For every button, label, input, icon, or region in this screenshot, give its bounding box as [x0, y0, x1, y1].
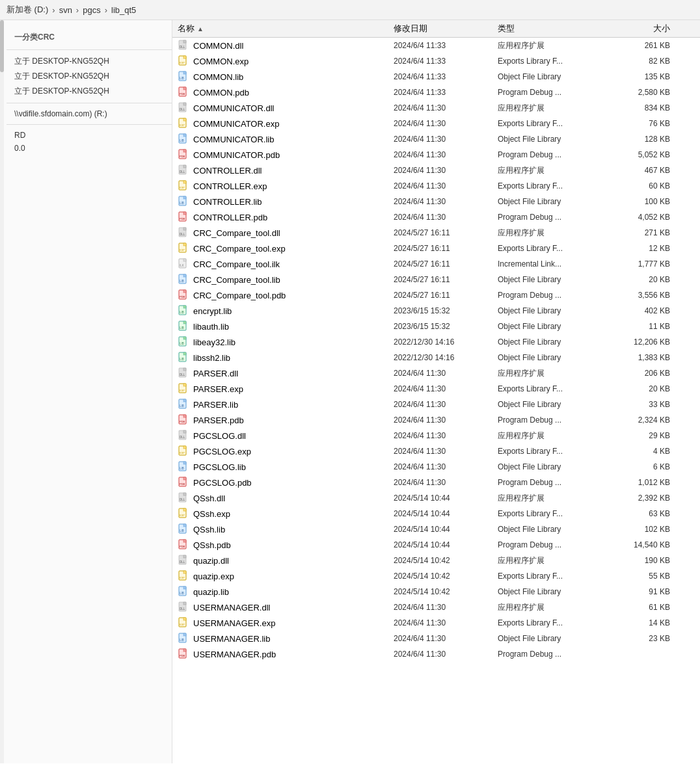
- table-row[interactable]: DLL USERMANAGER.dll 2024/6/4 11:30 应用程序扩…: [172, 599, 700, 615]
- cell-date: 2024/6/4 11:30: [394, 634, 498, 643]
- file-name-label: USERMANAGER.exp: [193, 618, 275, 628]
- file-name-label: CONTROLLER.dll: [193, 166, 262, 176]
- table-row[interactable]: LIB quazip.lib 2024/5/14 10:42 Object Fi…: [172, 584, 700, 599]
- file-type-icon: EXP: [178, 445, 189, 457]
- svg-text:DLL: DLL: [180, 170, 185, 174]
- table-row[interactable]: LIB COMMUNICATOR.lib 2024/6/4 11:30 Obje…: [172, 131, 700, 147]
- table-row[interactable]: PDB PARSER.pdb 2024/6/4 11:30 Program De…: [172, 412, 700, 428]
- table-row[interactable]: PDB CRC_Compare_tool.pdb 2024/5/27 16:11…: [172, 287, 700, 303]
- cell-name: DLL COMMON.dll: [172, 40, 394, 51]
- table-row[interactable]: EXP USERMANAGER.exp 2024/6/4 11:30 Expor…: [172, 615, 700, 631]
- file-name-label: COMMUNICATOR.dll: [193, 103, 274, 113]
- file-name-label: libauth.lib: [193, 322, 229, 332]
- sidebar-item-1[interactable]: 立于 DESKTOP-KNG52QH: [7, 54, 172, 69]
- svg-text:LIB: LIB: [180, 202, 184, 205]
- svg-text:DLL: DLL: [180, 498, 185, 501]
- table-row[interactable]: LIB CONTROLLER.lib 2024/6/4 11:30 Object…: [172, 194, 700, 209]
- table-row[interactable]: DLL quazip.dll 2024/5/14 10:42 应用程序扩展 19…: [172, 553, 700, 568]
- breadcrumb-lib-qt5[interactable]: lib_qt5: [111, 5, 136, 15]
- table-row[interactable]: DLL CONTROLLER.dll 2024/6/4 11:30 应用程序扩展…: [172, 163, 700, 178]
- cell-name: DLL PARSER.dll: [172, 367, 394, 379]
- table-row[interactable]: PDB CONTROLLER.pdb 2024/6/4 11:30 Progra…: [172, 209, 700, 225]
- table-row[interactable]: LIB PGCSLOG.lib 2024/6/4 11:30 Object Fi…: [172, 459, 700, 475]
- table-row[interactable]: EXP CONTROLLER.exp 2024/6/4 11:30 Export…: [172, 178, 700, 194]
- breadcrumb-pgcs[interactable]: pgcs: [83, 5, 100, 15]
- col-header-name[interactable]: 名称 ▲: [172, 23, 394, 34]
- file-type-icon: DLL: [178, 40, 189, 51]
- breadcrumb-drive[interactable]: 新加卷 (D:): [7, 4, 48, 16]
- table-row[interactable]: DLL QSsh.dll 2024/5/14 10:44 应用程序扩展 2,39…: [172, 490, 700, 506]
- sidebar-item-3[interactable]: 立于 DESKTOP-KNG52QH: [7, 84, 172, 99]
- col-header-date[interactable]: 修改日期: [394, 23, 498, 34]
- svg-text:PDB: PDB: [180, 92, 185, 96]
- cell-name: LIB encrypt.lib: [172, 305, 394, 317]
- cell-name: EXP CONTROLLER.exp: [172, 180, 394, 192]
- table-row[interactable]: LIB QSsh.lib 2024/5/14 10:44 Object File…: [172, 521, 700, 537]
- table-row[interactable]: EXP CRC_Compare_tool.exp 2024/5/27 16:11…: [172, 241, 700, 256]
- table-row[interactable]: PDB QSsh.pdb 2024/5/14 10:44 Program Deb…: [172, 537, 700, 553]
- svg-rect-73: [183, 415, 186, 417]
- table-row[interactable]: PDB COMMUNICATOR.pdb 2024/6/4 11:30 Prog…: [172, 147, 700, 163]
- table-row[interactable]: EXP COMMON.exp 2024/6/4 11:33 Exports Li…: [172, 53, 700, 69]
- cell-size: 55 KB: [612, 572, 677, 581]
- cell-name: LIB PARSER.lib: [172, 399, 394, 410]
- table-row[interactable]: EXP QSsh.exp 2024/5/14 10:44 Exports Lib…: [172, 506, 700, 521]
- breadcrumb-svn[interactable]: svn: [59, 5, 72, 15]
- svg-rect-76: [183, 430, 186, 433]
- table-row[interactable]: ILK CRC_Compare_tool.ilk 2024/5/27 16:11…: [172, 256, 700, 272]
- cell-date: 2022/12/30 14:16: [394, 353, 498, 362]
- cell-type: Object File Library: [498, 322, 612, 331]
- table-row[interactable]: DLL COMMUNICATOR.dll 2024/6/4 11:30 应用程序…: [172, 100, 700, 116]
- file-type-icon: PDB: [178, 539, 189, 551]
- cell-size: 1,383 KB: [612, 353, 677, 362]
- cell-date: 2024/5/14 10:42: [394, 572, 498, 581]
- svg-text:EXP: EXP: [180, 451, 185, 454]
- table-row[interactable]: DLL PGCSLOG.dll 2024/6/4 11:30 应用程序扩展 29…: [172, 428, 700, 443]
- cell-date: 2022/12/30 14:16: [394, 337, 498, 347]
- table-row[interactable]: PDB PGCSLOG.pdb 2024/6/4 11:30 Program D…: [172, 475, 700, 490]
- table-row[interactable]: DLL CRC_Compare_tool.dll 2024/5/27 16:11…: [172, 225, 700, 241]
- table-row[interactable]: LIB COMMON.lib 2024/6/4 11:33 Object Fil…: [172, 69, 700, 85]
- cell-name: EXP PARSER.exp: [172, 383, 394, 395]
- table-row[interactable]: LIB encrypt.lib 2023/6/15 15:32 Object F…: [172, 303, 700, 319]
- col-header-type[interactable]: 类型: [498, 23, 612, 34]
- column-headers: 名称 ▲ 修改日期 类型 大小: [172, 20, 700, 38]
- table-row[interactable]: EXP quazip.exp 2024/5/14 10:42 Exports L…: [172, 568, 700, 584]
- sidebar-item-00[interactable]: 0.0: [7, 142, 172, 155]
- col-header-size[interactable]: 大小: [612, 23, 677, 34]
- svg-text:LIB: LIB: [180, 404, 184, 408]
- table-row[interactable]: LIB USERMANAGER.lib 2024/6/4 11:30 Objec…: [172, 631, 700, 646]
- svg-rect-34: [183, 212, 186, 215]
- cell-type: Exports Library F...: [498, 57, 612, 66]
- file-name-label: quazip.lib: [193, 587, 229, 597]
- cell-type: 应用程序扩展: [498, 493, 612, 504]
- svg-rect-94: [183, 524, 186, 527]
- svg-text:PDB: PDB: [180, 217, 185, 220]
- file-type-icon: LIB: [178, 321, 189, 332]
- table-row[interactable]: LIB libssh2.lib 2022/12/30 14:16 Object …: [172, 350, 700, 365]
- table-row[interactable]: DLL PARSER.dll 2024/6/4 11:30 应用程序扩展 206…: [172, 365, 700, 381]
- table-row[interactable]: PDB COMMON.pdb 2024/6/4 11:33 Program De…: [172, 85, 700, 100]
- svg-rect-40: [183, 243, 186, 246]
- file-type-icon: LIB: [178, 274, 189, 285]
- table-row[interactable]: EXP PARSER.exp 2024/6/4 11:30 Exports Li…: [172, 381, 700, 397]
- cell-name: PDB PGCSLOG.pdb: [172, 477, 394, 488]
- file-name-label: COMMUNICATOR.pdb: [193, 150, 280, 160]
- svg-rect-7: [183, 72, 186, 74]
- table-row[interactable]: LIB libeay32.lib 2022/12/30 14:16 Object…: [172, 334, 700, 350]
- sidebar-item-vdi[interactable]: \\vdifile.sfdomain.com) (R:): [7, 107, 172, 120]
- table-row[interactable]: LIB CRC_Compare_tool.lib 2024/5/27 16:11…: [172, 272, 700, 287]
- table-row[interactable]: EXP PGCSLOG.exp 2024/6/4 11:30 Exports L…: [172, 443, 700, 459]
- file-name-label: quazip.exp: [193, 572, 234, 581]
- svg-rect-19: [183, 134, 186, 137]
- sidebar-item-rd[interactable]: RD: [7, 129, 172, 142]
- table-row[interactable]: DLL COMMON.dll 2024/6/4 11:33 应用程序扩展 261…: [172, 38, 700, 53]
- cell-date: 2024/5/27 16:11: [394, 275, 498, 284]
- cell-type: Program Debug ...: [498, 291, 612, 300]
- table-row[interactable]: LIB PARSER.lib 2024/6/4 11:30 Object Fil…: [172, 397, 700, 412]
- sidebar-item-2[interactable]: 立于 DESKTOP-KNG52QH: [7, 69, 172, 84]
- file-type-icon: LIB: [178, 586, 189, 598]
- table-row[interactable]: EXP COMMUNICATOR.exp 2024/6/4 11:30 Expo…: [172, 116, 700, 131]
- table-row[interactable]: PDB USERMANAGER.pdb 2024/6/4 11:30 Progr…: [172, 646, 700, 662]
- table-row[interactable]: LIB libauth.lib 2023/6/15 15:32 Object F…: [172, 319, 700, 334]
